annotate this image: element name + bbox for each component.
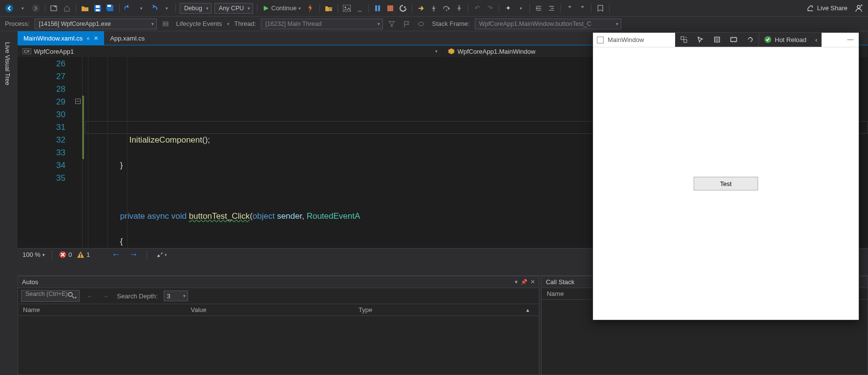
pin-icon[interactable]: ⟡: [86, 35, 90, 42]
autos-panel: Autos ▾ 📌 ✕ Search (Ctrl+E) ▾ Search Dep…: [18, 276, 539, 375]
hot-reload-icon[interactable]: [305, 2, 317, 14]
flag-icon[interactable]: [401, 18, 412, 30]
svg-point-18: [857, 5, 860, 8]
minimize-icon[interactable]: —: [842, 32, 859, 46]
nav-class-label: WpfCoreApp1.MainWindow: [458, 48, 536, 55]
error-count[interactable]: 0: [59, 251, 72, 258]
dropdown-icon[interactable]: ▾: [17, 2, 28, 14]
step-into-icon[interactable]: [428, 2, 440, 14]
process-combo[interactable]: [14156] WpfCoreApp1.exe: [35, 19, 157, 29]
thread-label: Thread:: [233, 20, 258, 27]
stackframe-label: Stack Frame:: [430, 20, 471, 27]
live-visual-tree-tab[interactable]: Live Visual Tree: [0, 39, 12, 88]
stackframe-combo[interactable]: WpfCoreApp1.MainWindow.buttonTest_C: [475, 19, 621, 29]
track-focused-element-icon[interactable]: [725, 33, 742, 46]
redo-icon[interactable]: [148, 2, 160, 14]
tab-label: App.xaml.cs: [110, 35, 145, 42]
nav-back-icon[interactable]: [3, 2, 16, 14]
warning-count[interactable]: 1: [77, 251, 90, 258]
scrollbar-up-icon[interactable]: ▴: [526, 306, 534, 313]
user-icon[interactable]: [852, 2, 865, 14]
step-over-icon[interactable]: [441, 2, 452, 14]
panel-dropdown-icon[interactable]: ▾: [515, 279, 518, 285]
home-icon[interactable]: [61, 2, 73, 14]
svg-rect-5: [96, 9, 100, 11]
search-icon[interactable]: ▾: [68, 292, 77, 300]
lifecycle-label[interactable]: Lifecycle Events: [174, 20, 224, 27]
search-next-icon[interactable]: [99, 290, 111, 302]
zoom-combo[interactable]: 100 %▾: [22, 251, 45, 258]
thread-combo[interactable]: [16232] Main Thread: [261, 19, 383, 29]
open-icon[interactable]: [79, 2, 91, 14]
configuration-combo[interactable]: Debug: [180, 3, 212, 14]
stop-icon[interactable]: [384, 2, 396, 14]
platform-combo[interactable]: Any CPU: [214, 3, 253, 14]
close-icon[interactable]: ✕: [94, 35, 98, 42]
filter-icon[interactable]: [386, 18, 398, 30]
toggle-binding-icon[interactable]: [742, 33, 759, 46]
live-share-button[interactable]: Live Share: [803, 4, 851, 12]
tab-app[interactable]: App.xaml.cs: [104, 31, 150, 45]
dropdown-icon[interactable]: ▾: [135, 2, 147, 14]
line-icon: ‗: [354, 2, 365, 14]
app-title: MainWindow: [608, 36, 644, 43]
outdent-icon[interactable]: [546, 2, 557, 14]
panel-pin-icon[interactable]: 📌: [521, 279, 528, 285]
col-value[interactable]: Value: [191, 306, 358, 313]
restart-icon[interactable]: [397, 2, 409, 14]
comment-icon[interactable]: ": [564, 2, 575, 14]
test-button[interactable]: Test: [694, 177, 758, 190]
dropdown-icon[interactable]: ▾: [161, 2, 172, 14]
svg-rect-30: [731, 38, 737, 42]
sparkle-icon[interactable]: ✦: [502, 2, 514, 14]
nav-project-label: WpfCoreApp1: [34, 48, 74, 55]
svg-rect-24: [80, 256, 81, 257]
class-icon: [448, 48, 455, 55]
show-next-statement-icon[interactable]: [415, 2, 427, 14]
undo-alt-icon: ↶: [471, 2, 483, 14]
panel-close-icon[interactable]: ✕: [530, 279, 535, 285]
uncomment-icon[interactable]: ": [576, 2, 588, 14]
callstack-title: Call Stack: [546, 278, 574, 286]
indent-icon[interactable]: [533, 2, 545, 14]
tab-mainwindow[interactable]: MainWindow.xaml.cs ⟡ ✕: [18, 31, 104, 45]
lifecycle-icon[interactable]: [160, 18, 171, 30]
select-element-icon[interactable]: [692, 33, 709, 46]
save-icon[interactable]: [92, 2, 104, 14]
nav-project[interactable]: C# WpfCoreApp1 ▾: [18, 45, 443, 57]
picture-icon[interactable]: [341, 2, 353, 14]
svg-point-0: [5, 4, 13, 12]
process-label: Process:: [3, 20, 32, 27]
undo-icon[interactable]: [123, 2, 134, 14]
save-all-icon[interactable]: [105, 2, 116, 14]
tab-label: MainWindow.xaml.cs: [23, 35, 83, 42]
col-type[interactable]: Type: [359, 306, 526, 313]
debug-toolbar: Process: [14156] WpfCoreApp1.exe Lifecyc…: [0, 17, 868, 31]
collapse-toolbar-icon[interactable]: ‹: [811, 33, 821, 46]
running-app-window: Hot Reload ‹ — MainWindow Test: [593, 32, 859, 320]
search-depth-combo[interactable]: 3: [164, 291, 188, 301]
threads-icon[interactable]: [415, 18, 427, 30]
pause-icon[interactable]: [372, 2, 383, 14]
continue-button[interactable]: Continue ▾: [260, 2, 304, 14]
dropdown-icon[interactable]: ▾: [515, 2, 527, 14]
step-out-icon[interactable]: [453, 2, 465, 14]
new-item-icon[interactable]: [48, 2, 60, 14]
browse-icon[interactable]: [323, 2, 335, 14]
svg-rect-4: [96, 5, 100, 8]
line-gutter: 26 27 28 29 30 31 32 33 34 35: [18, 58, 80, 248]
redo-alt-icon: ↷: [484, 2, 496, 14]
svg-rect-20: [163, 24, 168, 26]
svg-rect-13: [378, 5, 380, 11]
svg-point-1: [32, 4, 40, 12]
hot-reload-badge[interactable]: Hot Reload: [759, 33, 811, 46]
display-layout-adorners-icon[interactable]: [709, 33, 725, 46]
outline-collapse-icon[interactable]: [75, 99, 81, 104]
svg-point-25: [68, 292, 72, 296]
svg-rect-27: [684, 40, 687, 42]
search-prev-icon[interactable]: [84, 290, 95, 302]
main-toolbar: ▾ ▾ ▾ Debug Any CPU Continue ▾ ‗ ↶ ↷ ✦ ▾…: [0, 0, 868, 17]
go-to-live-visual-tree-icon[interactable]: [676, 33, 692, 46]
col-name[interactable]: Name: [23, 306, 191, 313]
bookmark-icon[interactable]: [594, 2, 606, 14]
